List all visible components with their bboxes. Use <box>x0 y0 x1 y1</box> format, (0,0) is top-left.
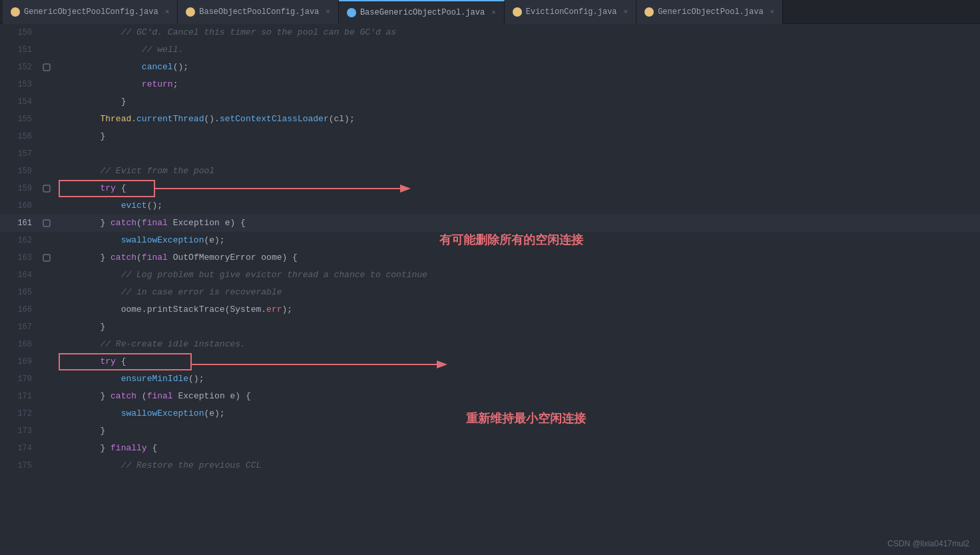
line-number-150: 150 <box>0 28 40 37</box>
code-area: 150 // GC'd. Cancel this timer so the po… <box>0 24 980 555</box>
svg-rect-1 <box>43 185 50 192</box>
tab-2[interactable]: BaseGenericObjectPool.java× <box>339 0 505 24</box>
line-content-150: // GC'd. Cancel this timer so the pool c… <box>53 24 980 41</box>
line-content-155: Thread.currentThread().setContextClassLo… <box>53 111 980 128</box>
gutter-152 <box>40 63 53 71</box>
tab-1[interactable]: BaseObjectPoolConfig.java× <box>178 0 339 24</box>
line-content-174: } finally { <box>53 440 980 457</box>
line-content-172: swallowException(e); <box>53 405 980 422</box>
watermark: CSDN @lixia0417mul2 <box>887 539 969 548</box>
line-number-152: 152 <box>0 63 40 72</box>
line-151: 151 // well. <box>0 41 980 59</box>
line-number-156: 156 <box>0 132 40 141</box>
line-number-164: 164 <box>0 271 40 280</box>
line-number-169: 169 <box>0 357 40 366</box>
line-170: 170 ensureMinIdle(); <box>0 370 980 388</box>
line-169: 169 try { <box>0 353 980 370</box>
line-number-157: 157 <box>0 149 40 159</box>
line-content-158: // Evict from the pool <box>53 163 980 180</box>
line-content-170: ensureMinIdle(); <box>53 370 980 388</box>
line-number-175: 175 <box>0 461 40 470</box>
line-number-173: 173 <box>0 426 40 436</box>
line-number-163: 163 <box>0 253 40 263</box>
tab-0[interactable]: GenericObjectPoolConfig.java× <box>3 0 178 24</box>
line-number-172: 172 <box>0 409 40 418</box>
line-164: 164 // Log problem but give evictor thre… <box>0 267 980 284</box>
line-159: 159 try { <box>0 180 980 197</box>
line-content-161: } catch(final Exception e) { <box>53 215 980 232</box>
line-content-156: } <box>53 128 980 145</box>
line-content-154: } <box>53 93 980 111</box>
line-content-162: swallowException(e); <box>53 232 980 249</box>
line-number-160: 160 <box>0 201 40 211</box>
line-content-164: // Log problem but give evictor thread a… <box>53 267 980 284</box>
line-150: 150 // GC'd. Cancel this timer so the po… <box>0 24 980 41</box>
line-number-165: 165 <box>0 288 40 297</box>
line-number-168: 168 <box>0 340 40 349</box>
line-content-152: cancel(); <box>53 59 980 76</box>
line-number-159: 159 <box>0 184 40 193</box>
line-number-153: 153 <box>0 80 40 89</box>
line-162: 162 swallowException(e); <box>0 232 980 249</box>
line-171: 171 } catch (final Exception e) { <box>0 388 980 405</box>
line-173: 173 } <box>0 422 980 440</box>
line-content-171: } catch (final Exception e) { <box>53 388 980 405</box>
line-content-173: } <box>53 422 980 440</box>
line-content-168: // Re-create idle instances. <box>53 336 980 353</box>
line-158: 158 // Evict from the pool <box>0 163 980 180</box>
line-172: 172 swallowException(e); <box>0 405 980 422</box>
gutter-163 <box>40 254 53 262</box>
line-157: 157 <box>0 145 980 163</box>
tab-bar: GenericObjectPoolConfig.java×BaseObjectP… <box>0 0 980 24</box>
svg-rect-3 <box>43 255 50 261</box>
line-number-174: 174 <box>0 444 40 453</box>
line-number-166: 166 <box>0 305 40 314</box>
line-content-160: evict(); <box>53 197 980 215</box>
code-lines: 150 // GC'd. Cancel this timer so the po… <box>0 24 980 474</box>
line-152: 152 cancel(); <box>0 59 980 76</box>
line-number-154: 154 <box>0 97 40 107</box>
line-content-166: oome.printStackTrace(System.err); <box>53 301 980 318</box>
line-content-151: // well. <box>53 41 980 59</box>
editor-container: 150 // GC'd. Cancel this timer so the po… <box>0 24 980 555</box>
line-content-175: // Restore the previous CCL <box>53 457 980 474</box>
line-content-165: // in case error is recoverable <box>53 284 980 301</box>
line-174: 174 } finally { <box>0 440 980 457</box>
gutter-159 <box>40 185 53 193</box>
line-number-162: 162 <box>0 236 40 245</box>
line-168: 168 // Re-create idle instances. <box>0 336 980 353</box>
line-165: 165 // in case error is recoverable <box>0 284 980 301</box>
svg-rect-0 <box>43 64 50 71</box>
line-153: 153 return; <box>0 76 980 93</box>
line-content-163: } catch(final OutOfMemoryError oome) { <box>53 249 980 267</box>
line-167: 167 } <box>0 318 980 336</box>
line-number-161: 161 <box>0 219 40 228</box>
tab-3[interactable]: EvictionConfig.java× <box>505 0 636 24</box>
line-content-159: try { <box>53 180 980 197</box>
tab-4[interactable]: GenericObjectPool.java× <box>636 0 783 24</box>
line-number-158: 158 <box>0 167 40 176</box>
line-number-151: 151 <box>0 45 40 55</box>
line-number-155: 155 <box>0 115 40 124</box>
line-163: 163 } catch(final OutOfMemoryError oome)… <box>0 249 980 267</box>
line-155: 155 Thread.currentThread().setContextCla… <box>0 111 980 128</box>
line-175: 175 // Restore the previous CCL <box>0 457 980 474</box>
line-content-153: return; <box>53 76 980 93</box>
gutter-161 <box>40 219 53 227</box>
line-161: 161 } catch(final Exception e) { <box>0 215 980 232</box>
line-160: 160 evict(); <box>0 197 980 215</box>
line-156: 156 } <box>0 128 980 145</box>
line-number-170: 170 <box>0 374 40 384</box>
line-number-167: 167 <box>0 322 40 332</box>
line-154: 154 } <box>0 93 980 111</box>
line-content-169: try { <box>53 353 980 370</box>
line-content-167: } <box>53 318 980 336</box>
line-166: 166 oome.printStackTrace(System.err); <box>0 301 980 318</box>
line-number-171: 171 <box>0 392 40 401</box>
svg-rect-2 <box>43 220 50 227</box>
